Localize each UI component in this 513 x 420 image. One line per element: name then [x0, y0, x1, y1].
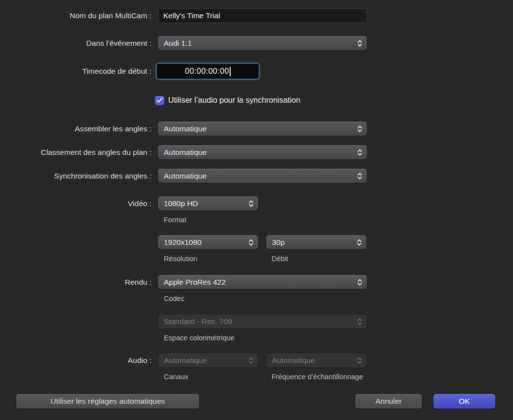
angle-sync-dropdown[interactable]: Automatique [158, 169, 367, 183]
cancel-label: Annuler [375, 397, 401, 406]
multicam-name-input[interactable]: Kelly's Time Trial [158, 8, 367, 23]
audio-channels-value: Automatique [164, 356, 207, 365]
chevron-updown-icon [357, 39, 362, 48]
angle-sync-value: Automatique [164, 172, 207, 180]
assemble-value: Automatique [164, 124, 207, 133]
ordering-value: Automatique [164, 148, 207, 157]
audio-sync-checkbox[interactable] [155, 96, 164, 105]
multicam-settings-dialog: Nom du plan MultiCam : Kelly's Time Tria… [0, 0, 513, 420]
audio-samplerate-dropdown: Automatique [266, 353, 366, 367]
ordering-label: Classement des angles du plan : [0, 145, 151, 159]
chevron-updown-icon [357, 148, 362, 157]
audio-channels-caption: Canaux [164, 373, 188, 381]
video-rate-caption: Débit [272, 255, 288, 263]
chevron-updown-icon [248, 238, 254, 247]
chevron-updown-icon [357, 172, 362, 180]
chevron-updown-icon [357, 278, 362, 287]
render-colorspace-value: Standard - Rec. 709 [164, 317, 232, 326]
text-cursor [230, 67, 231, 76]
video-resolution-caption: Résolution [164, 255, 198, 263]
video-format-caption: Format [164, 216, 186, 224]
render-colorspace-caption: Espace colorimétrique [164, 334, 234, 342]
render-codec-dropdown[interactable]: Apple ProRes 422 [158, 275, 367, 289]
angle-sync-label: Synchronisation des angles : [0, 169, 151, 183]
render-colorspace-dropdown: Standard - Rec. 709 [158, 314, 367, 329]
audio-channels-dropdown: Automatique [158, 353, 258, 367]
audio-sync-label[interactable]: Utiliser l’audio pour la synchronisation [168, 96, 301, 105]
audio-label: Audio : [0, 353, 151, 367]
video-resolution-dropdown[interactable]: 1920x1080 [158, 235, 258, 249]
multicam-name-label: Nom du plan MultiCam : [0, 8, 151, 23]
render-codec-value: Apple ProRes 422 [164, 278, 226, 287]
chevron-updown-icon [357, 317, 362, 326]
ordering-dropdown[interactable]: Automatique [158, 145, 367, 159]
checkmark-icon [156, 97, 163, 103]
chevron-updown-icon [248, 199, 254, 208]
video-resolution-value: 1920x1080 [164, 238, 202, 247]
chevron-updown-icon [357, 238, 362, 247]
multicam-name-value: Kelly's Time Trial [163, 11, 220, 20]
audio-samplerate-caption: Fréquence d’échantillonnage [272, 373, 363, 381]
audio-sync-row: Utiliser l’audio pour la synchronisation [155, 95, 301, 105]
use-automatic-settings-label: Utiliser les réglages automatiques [51, 397, 165, 406]
video-rate-value: 30p [272, 238, 285, 247]
video-rate-dropdown[interactable]: 30p [266, 235, 366, 249]
cancel-button[interactable]: Annuler [355, 394, 422, 409]
timecode-input[interactable]: 00:00:00:00 [155, 62, 260, 80]
chevron-updown-icon [357, 356, 362, 365]
render-codec-caption: Codec [164, 295, 184, 302]
video-label: Vidéo : [0, 196, 151, 210]
event-label: Dans l’événement : [0, 36, 151, 50]
assemble-dropdown[interactable]: Automatique [158, 121, 367, 136]
chevron-updown-icon [248, 356, 254, 365]
ok-button[interactable]: OK [433, 394, 495, 409]
render-label: Rendu : [0, 275, 151, 289]
video-format-dropdown[interactable]: 1080p HD [158, 196, 258, 210]
assemble-label: Assembler les angles : [0, 121, 151, 136]
event-value: Audi 1.1 [164, 39, 192, 48]
timecode-label: Timecode de début : [0, 62, 151, 80]
chevron-updown-icon [357, 124, 362, 133]
timecode-value: 00:00:00:00 [185, 67, 229, 76]
ok-label: OK [459, 397, 470, 406]
event-dropdown[interactable]: Audi 1.1 [158, 36, 367, 50]
video-format-value: 1080p HD [164, 199, 198, 208]
use-automatic-settings-button[interactable]: Utiliser les réglages automatiques [16, 394, 199, 409]
audio-samplerate-value: Automatique [272, 356, 315, 365]
